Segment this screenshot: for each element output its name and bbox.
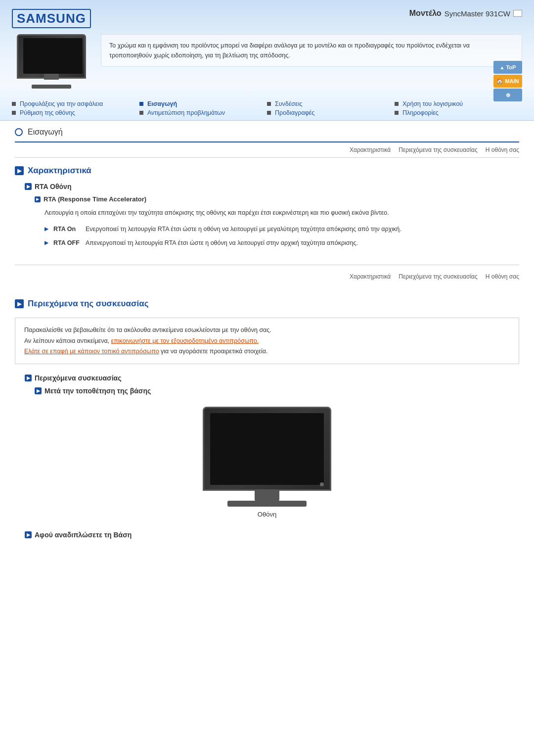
- nav-bullet: [139, 111, 143, 115]
- section-title-char: Χαρακτηριστικά: [28, 166, 91, 176]
- monitor-caption: Οθόνη: [258, 511, 276, 518]
- page-title: Εισαγωγή: [28, 128, 63, 137]
- package-section: ▶ Περιεχόμενα της συσκευασίας Παρακαλείσ…: [15, 293, 519, 541]
- nav-bullet: [12, 111, 16, 115]
- monitor-power-dot: [320, 482, 324, 486]
- nav-item-specs[interactable]: Προδιαγραφές: [267, 108, 395, 117]
- navigation-bar: Προφυλάξεις για την ασφάλεια Ρύθμιση της…: [12, 95, 522, 120]
- rta-off-item: ▶ RTA OFF Απενεργοποιεί τη λειτουργία RT…: [44, 238, 519, 248]
- model-name: SyncMaster 931CW: [445, 9, 510, 18]
- section-icon-char: ▶: [15, 166, 24, 175]
- circle-icon: [15, 128, 23, 136]
- samsung-logo: SAMSUNG: [12, 9, 91, 28]
- monitor-base: [32, 85, 71, 89]
- main-home-icon: 🏠: [496, 78, 503, 85]
- info-link-2[interactable]: Ελάτε σε επαφή με κάποιον τοπικό αντιπρό…: [24, 348, 159, 355]
- monitor-large-stand: [255, 491, 279, 501]
- header-top: SAMSUNG Μοντέλο SyncMaster 931CW: [12, 9, 522, 28]
- nav-item-troubleshoot[interactable]: Αντιμετώπιση προβλημάτων: [139, 108, 267, 117]
- fold-base-title: Αφού αναδιπλώσετε τη Βάση: [35, 531, 132, 539]
- header-content: Το χρώμα και η εμφάνιση του προϊόντος μπ…: [12, 34, 522, 89]
- monitor-large-screen: [210, 413, 324, 485]
- arrow-up-icon: ▲: [500, 65, 505, 70]
- package-contents-heading: ▶ Περιεχόμενα συσκευασίας: [15, 371, 519, 384]
- characteristics-heading: ▶ Χαρακτηριστικά: [15, 160, 519, 180]
- model-box: [513, 10, 522, 17]
- cd-icon: ⊕: [506, 92, 510, 98]
- sub-icon-package-contents: ▶: [25, 375, 32, 381]
- tab-your-display[interactable]: Η οθόνη σας: [486, 146, 519, 153]
- monitor-body: [17, 34, 86, 79]
- divider-1: [15, 157, 519, 158]
- nav-item-safety[interactable]: Προφυλάξεις για την ασφάλεια: [12, 99, 139, 108]
- rta-on-label: RTA On: [53, 224, 81, 234]
- rta-on-arrow: ▶: [44, 225, 48, 234]
- tab-package-contents[interactable]: Περιεχόμενα της συσκευασίας: [399, 146, 478, 153]
- rta-on-item: ▶ RTA On Ενεργοποιεί τη λειτουργία RTA έ…: [44, 224, 519, 234]
- main-button[interactable]: 🏠 MAIN: [493, 75, 522, 88]
- nav-item-info[interactable]: Πληροφορίες: [395, 108, 522, 117]
- nav-item-display-settings[interactable]: Ρύθμιση της οθόνης: [12, 108, 139, 117]
- nav-col-2: Εισαγωγή Αντιμετώπιση προβλημάτων: [139, 99, 267, 117]
- monitor-stand: [44, 74, 59, 80]
- rta-rta-heading: ▶ RTA (Response Time Accelerator): [15, 192, 519, 205]
- nav-item-introduction[interactable]: Εισαγωγή: [139, 99, 267, 108]
- nav-bullet-active: [139, 102, 143, 106]
- rta-list: ▶ RTA On Ενεργοποιεί τη λειτουργία RTA έ…: [15, 221, 519, 255]
- bottom-tab-characteristics[interactable]: Χαρακτηριστικά: [350, 273, 391, 280]
- package-info-box: Παρακαλείσθε να βεβαιωθείτε ότι τα ακόλο…: [15, 318, 519, 364]
- nav-bullet: [267, 111, 271, 115]
- section-icon-package: ▶: [15, 299, 24, 308]
- fold-base-heading: ▶ Αφού αναδιπλώσετε τη Βάση: [15, 528, 519, 541]
- section-title-package: Περιεχόμενα της συσκευασίας: [28, 299, 149, 309]
- monitor-screen: [23, 38, 83, 74]
- page-section: Εισαγωγή Χαρακτηριστικά Περιεχόμενα της …: [0, 121, 534, 541]
- nav-col-4: Χρήση του λογισμικού Πληροφορίες: [395, 99, 522, 117]
- characteristics-tabs: Χαρακτηριστικά Περιεχόμενα της συσκευασί…: [15, 142, 519, 155]
- rta-off-desc: Απενεργοποιεί τη λειτουργία RTA έτσι ώστ…: [86, 238, 519, 248]
- header: SAMSUNG Μοντέλο SyncMaster 931CW Το χρώμ…: [0, 0, 534, 121]
- nav-col-3: Συνδέσεις Προδιαγραφές: [267, 99, 395, 117]
- rta-on-desc: Ενεργοποιεί τη λειτουργία RTA έτσι ώστε …: [86, 224, 519, 234]
- model-label: Μοντέλο: [409, 9, 442, 18]
- sub-icon-rta: ▶: [35, 196, 41, 202]
- rta-title: RTA (Response Time Accelerator): [44, 195, 146, 203]
- after-base-title: Μετά την τοποθέτηση της βάσης: [44, 387, 151, 395]
- page-title-bar: Εισαγωγή: [15, 121, 519, 142]
- model-area: Μοντέλο SyncMaster 931CW: [409, 9, 522, 18]
- header-description: Το χρώμα και η εμφάνιση του προϊόντος μπ…: [101, 34, 522, 67]
- cd-button[interactable]: ⊕: [493, 89, 522, 101]
- sub-icon-after-base: ▶: [35, 387, 42, 394]
- nav-col-1: Προφυλάξεις για την ασφάλεια Ρύθμιση της…: [12, 99, 139, 117]
- nav-bullet: [267, 102, 271, 106]
- info-text-1: Παρακαλείσθε να βεβαιωθείτε ότι τα ακόλο…: [24, 327, 271, 333]
- bottom-tab-package[interactable]: Περιεχόμενα της συσκευασίας: [399, 273, 478, 280]
- bottom-tab-display[interactable]: Η οθόνη σας: [486, 273, 519, 280]
- nav-bullet: [395, 111, 399, 115]
- side-buttons: ▲ ToP 🏠 MAIN ⊕: [493, 61, 522, 101]
- bottom-tabs-1: Χαρακτηριστικά Περιεχόμενα της συσκευασί…: [15, 265, 519, 283]
- rta-off-arrow: ▶: [44, 239, 48, 248]
- sub-icon-fold-base: ▶: [25, 531, 32, 538]
- tab-characteristics[interactable]: Χαρακτηριστικά: [350, 146, 391, 153]
- info-link-1[interactable]: επικοινωνήστε με τον εξουσιοδοτημένο αντ…: [111, 337, 259, 344]
- nav-bullet: [395, 102, 399, 106]
- nav-item-connections[interactable]: Συνδέσεις: [267, 99, 395, 108]
- rta-off-label: RTA OFF: [53, 238, 81, 248]
- info-text-2: Αν λείπουν κάποια αντικείμενα,: [24, 337, 109, 344]
- rta-body-text: Λειτουργία η οποία επιταχύνει την ταχύτη…: [15, 205, 519, 221]
- package-heading: ▶ Περιεχόμενα της συσκευασίας: [15, 293, 519, 313]
- info-text-4: για να αγοράσετε προαιρετικά στοιχεία.: [159, 348, 268, 355]
- rta-display-title: RTA Οθόνη: [35, 183, 71, 190]
- after-base-heading: ▶ Μετά την τοποθέτηση της βάσης: [15, 384, 519, 397]
- sub-icon-rta-display: ▶: [25, 183, 32, 190]
- package-contents-title: Περιεχόμενα συσκευασίας: [35, 374, 121, 382]
- nav-bullet: [12, 102, 16, 106]
- monitor-large-body: [203, 407, 331, 491]
- top-button[interactable]: ▲ ToP: [493, 61, 522, 74]
- monitor-large-image: Οθόνη: [15, 407, 519, 518]
- rta-display-heading: ▶ RTA Οθόνη: [15, 180, 519, 192]
- monitor-large-base: [227, 501, 307, 507]
- monitor-image: [12, 34, 91, 89]
